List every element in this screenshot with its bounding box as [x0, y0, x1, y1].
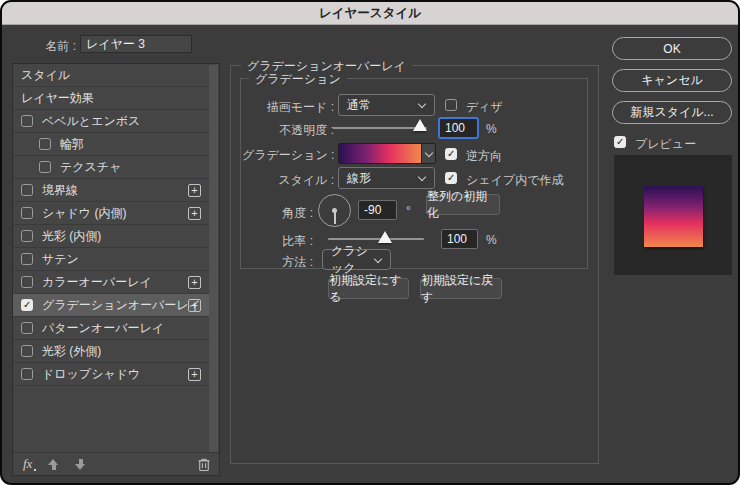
style-label: スタイル : — [242, 172, 334, 189]
sidebar-item-10[interactable]: グラデーションオーバーレイ+ — [13, 294, 209, 317]
move-effect-up-icon[interactable] — [48, 459, 59, 470]
dither-label: ディザ — [466, 99, 503, 116]
effect-label: パターンオーバーレイ — [42, 320, 164, 337]
sidebar-item-4[interactable]: テクスチャ — [13, 156, 209, 179]
scale-label: 比率 : — [242, 233, 313, 250]
sidebar-item-2[interactable]: ベベルとエンボス — [13, 110, 209, 133]
sidebar-item-9[interactable]: カラーオーバーレイ+ — [13, 271, 209, 294]
gradient-picker-chevron[interactable] — [421, 144, 435, 163]
add-effect-instance-icon[interactable]: + — [188, 368, 201, 381]
sidebar-item-3[interactable]: 輪郭 — [13, 133, 209, 156]
fx-icon[interactable]: fx — [23, 456, 32, 472]
preview-label: プレビュー — [635, 136, 696, 153]
gradient-picker[interactable] — [338, 143, 436, 164]
scale-slider-track[interactable] — [328, 238, 424, 240]
gradient-swatch[interactable] — [339, 144, 421, 163]
reset-alignment-button[interactable]: 整列の初期化 — [426, 194, 500, 215]
opacity-input[interactable] — [439, 118, 478, 138]
opacity-unit: % — [486, 122, 497, 136]
blend-mode-value: 通常 — [347, 97, 371, 114]
angle-dial-needle — [334, 211, 336, 224]
effect-checkbox[interactable] — [21, 115, 33, 127]
effect-checkbox[interactable] — [21, 184, 33, 196]
effect-checkbox[interactable] — [39, 138, 51, 150]
create-in-shape-checkbox[interactable] — [445, 172, 457, 184]
layer-style-list: スタイルレイヤー効果ベベルとエンボス輪郭テクスチャ境界線+シャドウ (内側)+光… — [13, 64, 209, 386]
angle-unit: ° — [406, 204, 411, 218]
reverse-checkbox[interactable] — [445, 148, 457, 160]
sidebar-item-12[interactable]: 光彩 (外側) — [13, 340, 209, 363]
preview-checkbox[interactable] — [614, 136, 626, 148]
add-effect-instance-icon[interactable]: + — [188, 184, 201, 197]
sidebar-item-13[interactable]: ドロップシャドウ+ — [13, 363, 209, 386]
name-label: 名前 : — [22, 38, 76, 55]
effect-checkbox[interactable] — [21, 276, 33, 288]
method-select[interactable]: クラシック — [322, 249, 391, 270]
create-in-shape-label: シェイプ内で作成 — [466, 172, 563, 189]
scale-slider-thumb[interactable] — [378, 231, 392, 243]
add-effect-instance-icon[interactable]: + — [188, 276, 201, 289]
scale-unit: % — [486, 233, 497, 247]
effect-label: グラデーションオーバーレイ — [42, 297, 201, 314]
effect-checkbox[interactable] — [21, 299, 33, 311]
add-effect-instance-icon[interactable]: + — [188, 207, 201, 220]
effect-label: ドロップシャドウ — [42, 366, 140, 383]
effect-label: シャドウ (内側) — [42, 205, 126, 222]
effect-label: 光彩 (外側) — [42, 343, 101, 360]
effects-sidebar: スタイルレイヤー効果ベベルとエンボス輪郭テクスチャ境界線+シャドウ (内側)+光… — [12, 63, 220, 476]
dialog-title: レイヤースタイル — [319, 5, 421, 22]
name-input[interactable] — [80, 35, 192, 53]
delete-effect-icon[interactable] — [197, 457, 211, 472]
effect-checkbox[interactable] — [21, 207, 33, 219]
effect-checkbox[interactable] — [21, 345, 33, 357]
effect-checkbox[interactable] — [39, 161, 51, 173]
angle-dial[interactable] — [318, 194, 351, 227]
opacity-label: 不透明度 : — [242, 122, 334, 139]
effect-label: ベベルとエンボス — [42, 113, 140, 130]
effect-label: サテン — [42, 251, 79, 268]
gradient-label: グラデーション : — [242, 147, 334, 164]
sidebar-item-7[interactable]: 光彩 (内側) — [13, 225, 209, 248]
sidebar-item-0[interactable]: スタイル — [13, 64, 209, 87]
effect-checkbox[interactable] — [21, 253, 33, 265]
effect-checkbox[interactable] — [21, 368, 33, 380]
scale-input[interactable] — [441, 229, 478, 249]
add-effect-instance-icon[interactable]: + — [188, 299, 201, 312]
chevron-down-icon — [373, 255, 382, 264]
effect-label: テクスチャ — [60, 159, 121, 176]
effect-label: 光彩 (内側) — [42, 228, 101, 245]
sidebar-item-11[interactable]: パターンオーバーレイ — [13, 317, 209, 340]
chevron-down-icon — [417, 174, 426, 183]
reverse-label: 逆方向 — [466, 148, 502, 165]
effect-checkbox[interactable] — [21, 322, 33, 334]
sidebar-item-1[interactable]: レイヤー効果 — [13, 87, 209, 110]
reset-default-button[interactable]: 初期設定に戻す — [420, 278, 502, 299]
effect-checkbox[interactable] — [21, 230, 33, 242]
cancel-button[interactable]: キャンセル — [612, 69, 732, 92]
angle-label: 角度 : — [242, 205, 313, 222]
move-effect-down-icon[interactable] — [75, 459, 86, 470]
sidebar-item-5[interactable]: 境界線+ — [13, 179, 209, 202]
chevron-down-icon — [424, 149, 433, 158]
opacity-slider-thumb[interactable] — [413, 119, 427, 131]
effect-label: カラーオーバーレイ — [42, 274, 152, 291]
sidebar-scrollbar[interactable] — [209, 65, 218, 452]
make-default-button[interactable]: 初期設定にする — [328, 278, 409, 299]
effect-label: レイヤー効果 — [21, 90, 94, 107]
fx-toolbar: fx — [13, 452, 219, 475]
method-label: 方法 : — [242, 254, 313, 271]
ok-button[interactable]: OK — [612, 37, 732, 60]
sidebar-item-8[interactable]: サテン — [13, 248, 209, 271]
preview-gradient — [644, 186, 703, 247]
title-bar[interactable]: レイヤースタイル — [2, 2, 738, 25]
effect-label: スタイル — [21, 67, 70, 84]
new-style-button[interactable]: 新規スタイル... — [612, 101, 732, 124]
dither-checkbox[interactable] — [445, 99, 457, 111]
style-value: 線形 — [347, 170, 371, 187]
gradient-group-title: グラデーション — [249, 71, 347, 88]
blend-mode-select[interactable]: 通常 — [338, 94, 435, 116]
effect-label: 境界線 — [42, 182, 78, 199]
angle-input[interactable] — [358, 200, 397, 220]
style-select[interactable]: 線形 — [338, 167, 435, 189]
sidebar-item-6[interactable]: シャドウ (内側)+ — [13, 202, 209, 225]
